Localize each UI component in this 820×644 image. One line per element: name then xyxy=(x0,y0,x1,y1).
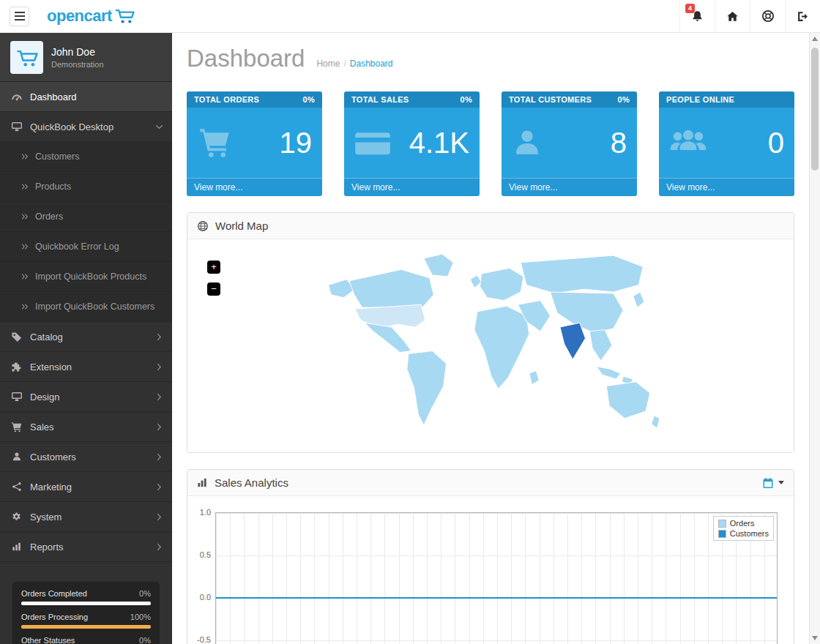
nav-label: Dashboard xyxy=(30,91,77,102)
map-russia xyxy=(521,255,643,293)
user-icon xyxy=(10,452,23,462)
opencart-logo[interactable]: opencart xyxy=(47,7,137,26)
map-se-asia xyxy=(589,330,612,361)
tile-title: TOTAL ORDERS xyxy=(194,95,259,104)
tile-percent: 0% xyxy=(303,95,316,104)
notification-badge: 4 xyxy=(685,4,695,13)
sidebar-item-reports[interactable]: Reports xyxy=(0,532,172,562)
bar-chart-icon xyxy=(10,542,23,552)
globe-icon xyxy=(197,220,209,232)
sidebar-item-catalog[interactable]: Catalog xyxy=(0,322,172,352)
breadcrumb-home[interactable]: Home xyxy=(316,59,340,69)
subnav-label: Products xyxy=(35,181,71,192)
stat-label: Other Statuses xyxy=(21,636,75,644)
sidebar-subitem-orders[interactable]: Orders xyxy=(0,202,172,232)
sales-analytics-panel-header: Sales Analytics xyxy=(187,470,794,496)
breadcrumb-current[interactable]: Dashboard xyxy=(350,59,393,69)
map-greenland xyxy=(424,254,453,277)
nav-label: Catalog xyxy=(30,332,63,342)
sidebar-item-design[interactable]: Design xyxy=(0,382,172,412)
sidebar-subitem-products[interactable]: Products xyxy=(0,172,172,202)
y-axis-tick: 0.0 xyxy=(190,593,211,602)
progress-bar xyxy=(21,602,151,605)
credit-card-icon xyxy=(354,128,391,157)
menu-toggle-button[interactable] xyxy=(10,7,29,26)
sidebar-item-system[interactable]: System xyxy=(0,502,172,532)
world-map[interactable] xyxy=(318,248,663,438)
opencart-admin-dashboard: opencart 4 xyxy=(0,0,820,644)
y-axis-tick: -0.5 xyxy=(190,635,211,644)
header: opencart 4 xyxy=(0,0,820,33)
tile-total-orders: TOTAL ORDERS 0% 19 View more... xyxy=(187,91,322,196)
cart-icon xyxy=(197,127,232,159)
gear-icon xyxy=(10,512,23,523)
support-button[interactable] xyxy=(750,0,785,32)
chart-legend: Orders Customers xyxy=(713,516,774,541)
legend-customers: Customers xyxy=(718,529,769,538)
chevron-right-icon xyxy=(157,333,162,341)
sidebar-stats: Orders Completed 0% Orders Processing 10… xyxy=(12,582,160,644)
sidebar-item-sales[interactable]: Sales xyxy=(0,412,172,442)
scroll-up-arrow[interactable] xyxy=(812,37,818,41)
map-japan xyxy=(633,292,644,307)
map-zoom-out-button[interactable]: − xyxy=(207,282,220,296)
map-new-zealand xyxy=(652,416,660,428)
chevron-right-icon xyxy=(157,453,162,461)
legend-orders: Orders xyxy=(718,519,769,528)
sidebar-nav: Dashboard QuickBook Desktop Customers Pr… xyxy=(0,82,172,562)
sidebar-item-quickbook-desktop[interactable]: QuickBook Desktop xyxy=(0,112,172,142)
map-africa xyxy=(474,306,529,389)
sidebar-item-customers[interactable]: Customers xyxy=(0,442,172,472)
panel-title: Sales Analytics xyxy=(215,476,288,489)
life-ring-icon xyxy=(761,10,775,23)
progress-bar xyxy=(21,625,151,629)
stat-label: Orders Processing xyxy=(21,613,88,621)
map-indonesia xyxy=(597,367,621,379)
home-button[interactable] xyxy=(715,0,750,32)
scrollbar[interactable] xyxy=(809,33,820,644)
sidebar-subitem-import-quickbook-customers[interactable]: Import QuickBook Customers xyxy=(0,292,172,322)
date-range-dropdown[interactable] xyxy=(762,477,784,489)
tile-people-online: PEOPLE ONLINE 0 View more... xyxy=(659,91,794,196)
legend-label: Orders xyxy=(730,519,755,528)
view-more-link[interactable]: View more... xyxy=(187,178,322,196)
chevron-right-icon xyxy=(157,423,162,431)
tile-value: 0 xyxy=(768,128,784,157)
panel-title: World Map xyxy=(215,220,268,232)
double-angle-icon xyxy=(21,153,29,160)
view-more-link[interactable]: View more... xyxy=(659,178,794,196)
sales-analytics-panel: Sales Analytics 1.0 0.5 0.0 -0.5 xyxy=(187,469,794,644)
cart-icon xyxy=(10,422,23,433)
notifications-button[interactable]: 4 xyxy=(679,0,715,32)
nav-label: Extension xyxy=(30,362,72,372)
logout-button[interactable] xyxy=(785,0,820,32)
sidebar-item-marketing[interactable]: Marketing xyxy=(0,472,172,502)
nav-label: Sales xyxy=(30,422,54,433)
view-more-link[interactable]: View more... xyxy=(502,178,637,196)
view-more-link[interactable]: View more... xyxy=(344,178,480,196)
tile-value: 19 xyxy=(280,128,313,157)
sidebar-subitem-quickbook-error-log[interactable]: Quickbook Error Log xyxy=(0,232,172,262)
world-map-panel: World Map + − xyxy=(187,212,794,453)
tile-title: TOTAL SALES xyxy=(351,95,409,104)
world-map-panel-header: World Map xyxy=(187,213,794,239)
page-header: Dashboard Home/Dashboard xyxy=(172,33,809,83)
scrollbar-thumb[interactable] xyxy=(811,48,819,171)
double-angle-icon xyxy=(21,243,29,250)
nav-label: QuickBook Desktop xyxy=(30,121,113,132)
orders-swatch xyxy=(718,520,726,528)
sidebar-subitem-customers[interactable]: Customers xyxy=(0,142,172,172)
header-actions: 4 xyxy=(679,0,820,32)
tile-title: PEOPLE ONLINE xyxy=(666,95,734,104)
subnav-label: Orders xyxy=(35,211,63,222)
stat-value: 0% xyxy=(139,589,151,598)
user-icon xyxy=(512,127,543,158)
map-south-america xyxy=(407,351,447,426)
scroll-down-arrow[interactable] xyxy=(812,636,818,640)
sidebar-subitem-import-quickbook-products[interactable]: Import QuickBook Products xyxy=(0,262,172,292)
stat-label: Orders Completed xyxy=(21,589,87,598)
tile-total-customers: TOTAL CUSTOMERS 0% 8 View more... xyxy=(502,91,637,196)
sidebar-item-dashboard[interactable]: Dashboard xyxy=(0,82,172,112)
map-zoom-in-button[interactable]: + xyxy=(207,261,220,274)
sidebar-item-extension[interactable]: Extension xyxy=(0,352,172,382)
